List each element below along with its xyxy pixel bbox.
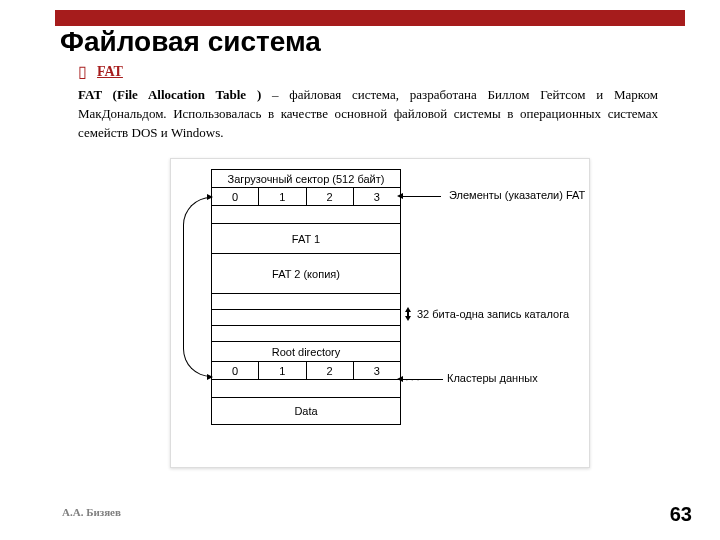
page-number: 63 xyxy=(670,503,692,526)
label-record: 32 бита-одна запись каталога xyxy=(417,308,569,320)
fat-diagram: Загрузочный сектор (512 байт) 0 1 2 3 FA… xyxy=(170,158,590,468)
row-data: Data xyxy=(211,397,401,425)
cell: 0 xyxy=(212,362,259,379)
page-title: Файловая система xyxy=(60,26,321,58)
label-elements: Элементы (указатели) FAT xyxy=(449,189,585,201)
bullet-text: FAT xyxy=(97,64,123,80)
double-arrow-icon xyxy=(404,307,412,321)
row-empty xyxy=(211,309,401,325)
row-empty xyxy=(211,293,401,309)
cell: 2 xyxy=(307,362,354,379)
cell: 1 xyxy=(259,362,306,379)
footer-author: А.А. Бизяев xyxy=(62,506,121,518)
arrow-line xyxy=(401,196,441,197)
arrow-head-icon xyxy=(397,376,403,382)
cell: 3 xyxy=(354,362,400,379)
row-boot: Загрузочный сектор (512 байт) xyxy=(211,169,401,187)
row-pointers-2: 0 1 2 3 xyxy=(211,361,401,379)
arrow-head-icon xyxy=(207,194,213,200)
label-clusters: Кластеры данных xyxy=(447,372,538,384)
dots-icon: ··· xyxy=(405,371,422,386)
row-fat1: FAT 1 xyxy=(211,223,401,253)
cell: 0 xyxy=(212,188,259,205)
diagram-table: Загрузочный сектор (512 байт) 0 1 2 3 FA… xyxy=(211,169,401,425)
cell: 2 xyxy=(307,188,354,205)
body-bold: FAT (File Allocation Table ) xyxy=(78,87,261,102)
bullet-row: ▯ FAT xyxy=(78,64,123,80)
curved-arrow-icon xyxy=(183,197,211,377)
cell: 3 xyxy=(354,188,400,205)
arrow-head-icon xyxy=(397,193,403,199)
body-paragraph: FAT (File Allocation Table ) – файловая … xyxy=(78,86,658,143)
bullet-icon: ▯ xyxy=(78,64,87,80)
row-pointers-1: 0 1 2 3 xyxy=(211,187,401,205)
row-root: Root directory xyxy=(211,341,401,361)
row-empty xyxy=(211,379,401,397)
row-fat2: FAT 2 (копия) xyxy=(211,253,401,293)
row-empty xyxy=(211,205,401,223)
row-empty xyxy=(211,325,401,341)
arrow-head-icon xyxy=(207,374,213,380)
accent-bar xyxy=(55,10,685,26)
cell: 1 xyxy=(259,188,306,205)
